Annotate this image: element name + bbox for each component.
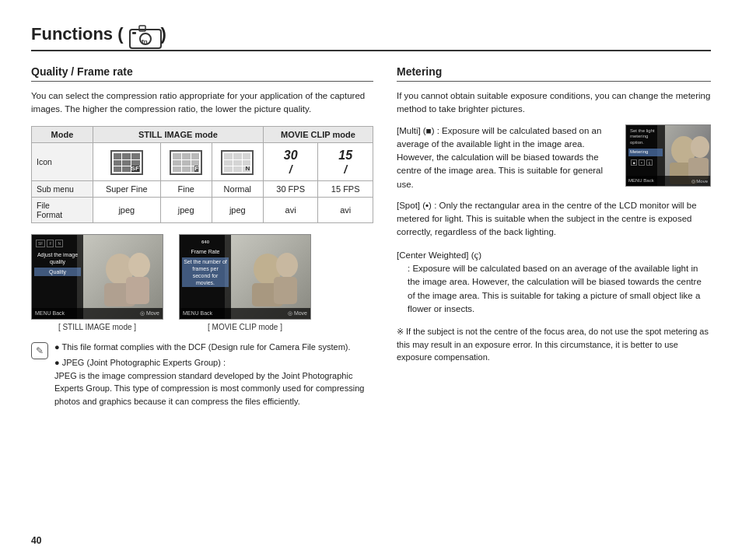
svg-text:fn: fn [142,38,148,45]
table-row-submenu: Sub menu Super Fine Fine Normal 30 FPS 1… [32,180,373,197]
ms-item-1: Set the light metering option. [628,128,663,147]
right-column: Metering If you cannot obtain suitable e… [397,65,711,411]
submenu-15: 15 FPS [318,180,373,197]
ss-menu-framerate-desc: Set the number of frames per second for … [182,257,229,287]
warning-box: ※ If the subject is not the centre of th… [397,325,711,364]
quality-intro: You can select the compression ratio app… [31,89,373,117]
col-still: STILL IMAGE mode [93,126,263,142]
ss-menu-quality: Adjust the image quality [34,250,81,266]
still-bottom-bar: MENU Back ◎ Move [32,308,163,319]
ss-menu-framerate: Frame Rate [182,247,229,256]
note-text: ● This file format complies with the DCF… [54,341,373,411]
submenu-30: 30 FPS [263,180,318,197]
col-movie: MOVIE CLIP mode [263,126,373,142]
camera-icon: fn [128,23,156,45]
still-mode-screenshot-wrap: SF F N Adjust the image quality Quality … [31,234,163,331]
mode-table: Mode STILL IMAGE mode MOVIE CLIP mode Ic… [31,126,373,223]
multi-text: [Multi] (■) : Exposure will be calculate… [397,124,618,191]
table-row-format: File Format jpeg jpeg jpeg avi avi [32,197,373,222]
icon-15fps: 15/ [318,142,373,180]
center-weighted-desc: : Exposure will be calculated based on a… [397,262,711,316]
center-weighted-block: [Center Weighted] (ç) : Exposure will be… [397,247,711,317]
format-sf: jpeg [93,197,160,222]
metering-screenshot: Set the light metering option. Metering … [625,124,711,187]
metering-bottom-bar: MENU Back ◎ Move [626,176,710,186]
ms-item-2: Metering [628,149,663,156]
format-30: avi [263,197,318,222]
submenu-f: Fine [160,180,212,197]
note-icon: ✎ [31,342,48,359]
still-caption: [ STILL IMAGE mode ] [31,323,163,331]
format-f: jpeg [160,197,212,222]
ms-icons: ■ • ç [628,158,663,167]
submenu-label: Sub menu [32,180,93,197]
still-mode-screenshot: SF F N Adjust the image quality Quality … [31,234,163,320]
metering-intro: If you cannot obtain suitable exposure c… [397,89,711,117]
movie-mode-screenshot: 640 Frame Rate Set the number of frames … [179,234,311,320]
icon-n: N [212,142,263,180]
note-bullet-1: ● This file format complies with the DCF… [54,341,373,354]
center-weighted-label: [Center Weighted] (ç) [397,247,711,263]
movie-menu: 640 Frame Rate Set the number of frames … [180,235,231,319]
note-box: ✎ ● This file format complies with the D… [31,341,373,411]
icon-30fps: 30/ [263,142,318,180]
multi-label: [Multi] (■) : Exposure will be calculate… [397,126,603,189]
svg-point-7 [128,253,150,278]
movie-mode-screenshot-wrap: 640 Frame Rate Set the number of frames … [179,234,311,331]
format-15: avi [318,197,373,222]
multi-metering-block: [Multi] (■) : Exposure will be calculate… [397,124,711,191]
svg-point-11 [276,253,298,278]
spot-metering-block: [Spot] (•) : Only the rectangular area i… [397,199,711,240]
movie-photo-area [225,235,310,319]
still-photo-area [77,235,163,319]
icon-f: F [160,142,212,180]
page-title: Functions ( fn ) [31,23,711,51]
left-column: Quality / Frame rate You can select the … [31,65,373,411]
quality-section-heading: Quality / Frame rate [31,65,373,82]
metering-section-heading: Metering [397,65,711,82]
svg-rect-8 [126,277,149,304]
still-menu: SF F N Adjust the image quality Quality [32,235,83,319]
screenshots: SF F N Adjust the image quality Quality … [31,234,373,331]
format-n: jpeg [212,197,263,222]
submenu-sf: Super Fine [93,180,160,197]
submenu-n: Normal [212,180,263,197]
spot-label: [Spot] (•) : Only the rectangular area i… [397,201,697,237]
svg-rect-12 [274,277,297,304]
movie-bottom-bar: MENU Back ◎ Move [180,308,310,319]
icon-label: Icon [32,142,93,180]
svg-rect-3 [132,32,136,34]
page-number: 40 [31,535,41,546]
movie-caption: [ MOVIE CLIP mode ] [179,323,311,331]
ss-menu-quality-active: Quality [34,268,81,276]
table-row-icon: Icon SF [32,142,373,180]
note-bullet-2: ● JPEG (Joint Photographic Experts Group… [54,356,373,408]
col-mode: Mode [32,126,93,142]
icon-sf: SF [93,142,160,180]
svg-point-15 [691,136,709,158]
format-label: File Format [32,197,93,222]
